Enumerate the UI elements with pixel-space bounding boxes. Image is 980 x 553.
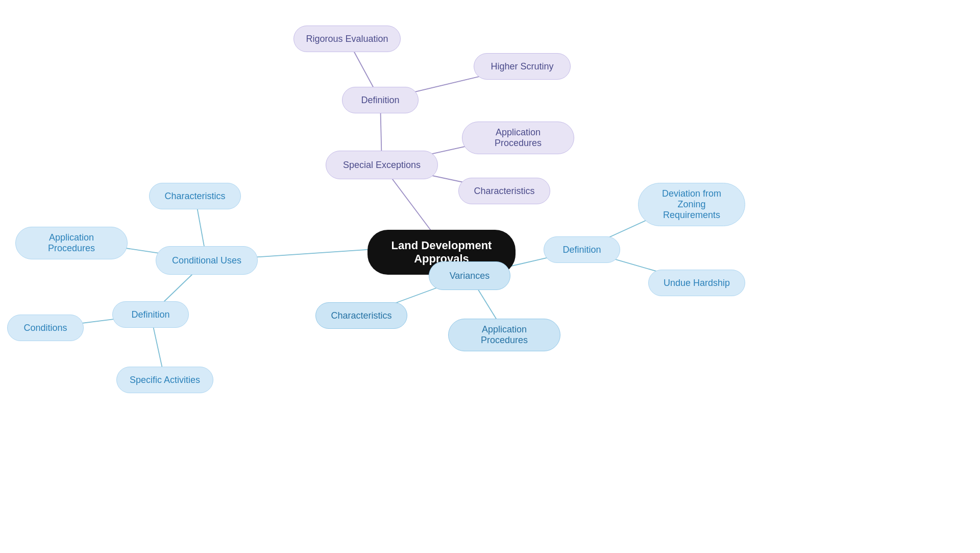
node-higher_scrutiny[interactable]: Higher Scrutiny (474, 53, 571, 80)
node-characteristics_special[interactable]: Characteristics (458, 178, 550, 204)
node-conditions[interactable]: Conditions (7, 315, 84, 341)
node-application_proc_special[interactable]: Application Procedures (462, 122, 574, 154)
node-deviation[interactable]: Deviation from Zoning Requirements (638, 183, 745, 226)
node-application_proc_var[interactable]: Application Procedures (448, 319, 560, 351)
mind-map: Land Development ApprovalsRigorous Evalu… (0, 0, 980, 553)
node-specific_activities[interactable]: Specific Activities (116, 367, 213, 393)
node-definition_special[interactable]: Definition (342, 87, 419, 113)
node-undue_hardship[interactable]: Undue Hardship (648, 270, 745, 296)
node-special_exceptions[interactable]: Special Exceptions (326, 151, 438, 179)
node-definition_var[interactable]: Definition (544, 236, 620, 263)
node-characteristics_cond[interactable]: Characteristics (149, 183, 241, 209)
node-conditional_uses[interactable]: Conditional Uses (156, 246, 258, 275)
node-rigorous_evaluation[interactable]: Rigorous Evaluation (293, 26, 401, 52)
node-definition_cond[interactable]: Definition (112, 301, 189, 328)
node-characteristics_var[interactable]: Characteristics (315, 302, 407, 329)
node-variances[interactable]: Variances (429, 261, 510, 290)
node-application_proc_cond[interactable]: Application Procedures (15, 227, 128, 259)
